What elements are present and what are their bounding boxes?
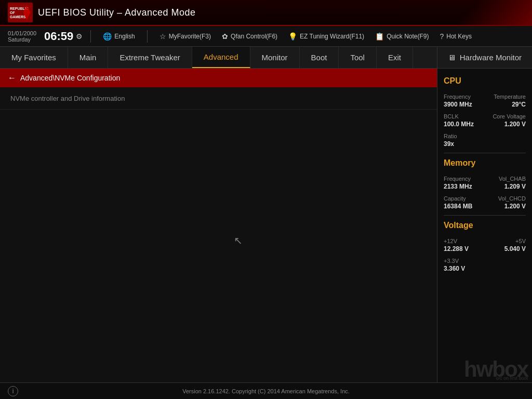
ez-tuning-button[interactable]: 💡 EZ Tuning Wizard(F11) <box>284 30 368 43</box>
left-panel: ← Advanced\NVMe Configuration NVMe contr… <box>0 69 437 382</box>
bios-title: UEFI BIOS Utility – Advanced Mode <box>38 7 196 18</box>
toolbar: 01/01/2000 Saturday 06:59 ⚙ 🌐 English ☆ … <box>0 26 532 47</box>
hardware-monitor-tab[interactable]: 🖥 Hardware Monitor <box>437 47 532 68</box>
v5-value: 5.040 V <box>504 245 526 252</box>
nav-advanced[interactable]: Advanced <box>192 47 250 68</box>
v12-label: +12V <box>444 238 457 244</box>
main-content: ← Advanced\NVMe Configuration NVMe contr… <box>0 69 532 382</box>
cpu-freq-row: Frequency Temperature <box>444 94 526 100</box>
memory-section-title: Memory <box>444 158 526 170</box>
hot-keys-label: Hot Keys <box>446 33 472 40</box>
mem-freq-label: Frequency <box>444 176 471 182</box>
mem-volchcd-label: Vol_CHCD <box>498 195 526 202</box>
cpu-ratio-pair: Ratio 39x <box>444 133 526 148</box>
mem-freq-pair: Frequency Vol_CHAB 2133 MHz 1.209 V <box>444 176 526 190</box>
fan-icon: ✿ <box>222 32 228 41</box>
mem-volchab-label: Vol_CHAB <box>499 176 526 182</box>
question-icon: ? <box>440 32 444 41</box>
hw-monitor-label: Hardware Monitor <box>460 53 522 62</box>
description-area: NVMe controller and Drive information <box>0 87 437 110</box>
info-icon[interactable]: i <box>8 386 18 396</box>
header: REPUBLIC OF GAMERS UEFI BIOS Utility – A… <box>0 0 532 26</box>
quick-note-button[interactable]: 📋 Quick Note(F9) <box>371 30 433 43</box>
divider2 <box>147 30 148 43</box>
cpu-bclk-row: BCLK Core Voltage <box>444 113 526 119</box>
voltage-33-row: +3.3V <box>444 258 526 264</box>
cpu-corevolt-label: Core Voltage <box>493 113 526 119</box>
nav-extreme-tweaker[interactable]: Extreme Tweaker <box>108 47 192 68</box>
date: 01/01/2000 <box>8 30 36 36</box>
my-favorite-label: MyFavorite(F3) <box>169 33 211 40</box>
cpu-freq-value: 3900 MHz <box>444 101 472 108</box>
mem-cap-value-row: 16384 MB 1.200 V <box>444 203 526 210</box>
toolbar-left: 01/01/2000 Saturday 06:59 ⚙ 🌐 English ☆ … <box>8 30 524 43</box>
my-favorite-button[interactable]: ☆ MyFavorite(F3) <box>155 30 215 43</box>
cpu-ratio-label: Ratio <box>444 133 457 139</box>
nav-my-favorites[interactable]: My Favorites <box>0 47 68 68</box>
cpu-bclk-pair: BCLK Core Voltage 100.0 MHz 1.200 V <box>444 113 526 128</box>
mem-freq-row: Frequency Vol_CHAB <box>444 176 526 182</box>
cpu-bclk-value: 100.0 MHz <box>444 121 474 128</box>
day: Saturday <box>8 36 36 43</box>
language-selector[interactable]: 🌐 English <box>99 30 139 43</box>
cpu-temp-value: 29°C <box>512 101 526 108</box>
v33-label: +3.3V <box>444 258 459 264</box>
voltage-33-value-row: 3.360 V <box>444 265 526 272</box>
voltage-12-row: +12V +5V <box>444 238 526 244</box>
qfan-button[interactable]: ✿ Qfan Control(F6) <box>218 30 282 43</box>
cpu-bclk-value-row: 100.0 MHz 1.200 V <box>444 121 526 128</box>
mem-cap-pair: Capacity Vol_CHCD 16384 MB 1.200 V <box>444 195 526 210</box>
cpu-temp-label: Temperature <box>494 94 526 100</box>
breadcrumb-text: Advanced\NVMe Configuration <box>20 74 120 82</box>
mouse-cursor: ↖ <box>234 234 243 247</box>
nav-main[interactable]: Main <box>68 47 109 68</box>
language-label: English <box>114 33 135 40</box>
monitor-icon: 🖥 <box>448 53 456 62</box>
datetime: 01/01/2000 Saturday <box>8 30 36 43</box>
mem-cap-value: 16384 MB <box>444 203 472 210</box>
v12-value: 12.288 V <box>444 245 469 252</box>
hot-keys-button[interactable]: ? Hot Keys <box>435 30 475 43</box>
footer-version: Version 2.16.1242. Copyright (C) 2014 Am… <box>18 388 514 394</box>
v5-label: +5V <box>515 238 526 244</box>
mem-volchab-value: 1.209 V <box>504 183 526 190</box>
back-arrow-icon[interactable]: ← <box>8 73 16 83</box>
footer: i Version 2.16.1242. Copyright (C) 2014 … <box>0 382 532 399</box>
clock: 06:59 <box>44 30 73 43</box>
memory-divider <box>444 215 526 216</box>
nav-boot[interactable]: Boot <box>300 47 339 68</box>
cpu-freq-pair: Frequency Temperature 3900 MHz 29°C <box>444 94 526 108</box>
breadcrumb: ← Advanced\NVMe Configuration <box>0 69 437 87</box>
quick-note-label: Quick Note(F9) <box>387 33 429 40</box>
cpu-ratio-value-row: 39x <box>444 140 526 148</box>
nav-tool[interactable]: Tool <box>339 47 377 68</box>
cpu-bclk-label: BCLK <box>444 113 459 119</box>
mem-freq-value: 2133 MHz <box>444 183 472 190</box>
note-icon: 📋 <box>375 32 384 41</box>
v33-value: 3.360 V <box>444 265 465 272</box>
cpu-ratio-row: Ratio <box>444 133 526 139</box>
wand-icon: 💡 <box>288 32 297 41</box>
hw-monitor-nav[interactable]: 🖥 Hardware Monitor <box>437 47 532 68</box>
svg-text:OF: OF <box>10 11 15 15</box>
mem-freq-value-row: 2133 MHz 1.209 V <box>444 183 526 190</box>
description-text: NVMe controller and Drive information <box>10 95 125 102</box>
rog-logo: REPUBLIC OF GAMERS <box>8 3 33 22</box>
nav-exit[interactable]: Exit <box>377 47 413 68</box>
nav-monitor[interactable]: Monitor <box>250 47 300 68</box>
svg-text:GAMERS: GAMERS <box>10 15 26 19</box>
cpu-section-title: CPU <box>444 76 526 88</box>
cpu-corevolt-value: 1.200 V <box>504 121 526 128</box>
nav-menu: My Favorites Main Extreme Tweaker Advanc… <box>0 47 532 69</box>
voltage-12-pair: +12V +5V 12.288 V 5.040 V <box>444 238 526 252</box>
voltage-section-title: Voltage <box>444 221 526 233</box>
footer-left: i <box>8 386 18 396</box>
settings-icon[interactable]: ⚙ <box>76 32 83 41</box>
voltage-12-value-row: 12.288 V 5.040 V <box>444 245 526 252</box>
cpu-freq-label: Frequency <box>444 94 471 100</box>
cpu-ratio-value: 39x <box>444 140 454 148</box>
mem-cap-row: Capacity Vol_CHCD <box>444 195 526 202</box>
cpu-divider <box>444 153 526 153</box>
logo-area: REPUBLIC OF GAMERS UEFI BIOS Utility – A… <box>8 3 196 22</box>
divider <box>90 30 91 43</box>
